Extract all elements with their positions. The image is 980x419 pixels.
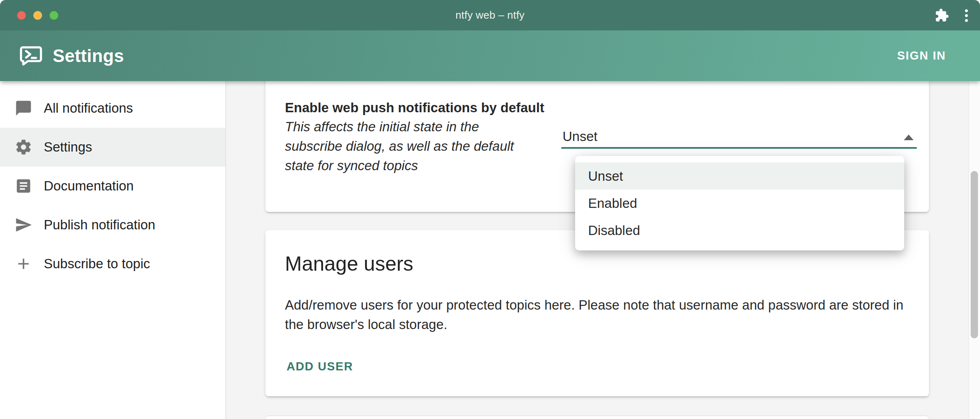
dot-icon bbox=[965, 19, 968, 22]
manage-users-card: Manage users Add/remove users for your p… bbox=[265, 230, 929, 396]
plus-icon bbox=[15, 255, 32, 273]
page-title: Settings bbox=[53, 46, 124, 66]
select-dropdown-menu: Unset Enabled Disabled bbox=[575, 156, 904, 250]
menu-option-unset[interactable]: Unset bbox=[575, 162, 904, 190]
app-header: Settings SIGN IN bbox=[0, 30, 980, 81]
browser-menu-button[interactable] bbox=[959, 8, 974, 23]
manage-users-description-line: the browser's local storage. bbox=[285, 315, 903, 334]
scrollbar-track[interactable] bbox=[968, 81, 980, 419]
pref-title: Enable web push notifications by default bbox=[285, 100, 544, 116]
pref-description-line: subscribe dialog, as well as the default bbox=[285, 137, 514, 156]
sidebar-item-settings[interactable]: Settings bbox=[0, 128, 225, 167]
sidebar: All notifications Settings Documentation… bbox=[0, 81, 226, 419]
sidebar-item-label: Documentation bbox=[44, 178, 134, 194]
extensions-button[interactable] bbox=[935, 8, 949, 23]
titlebar: ntfy web – ntfy bbox=[0, 0, 980, 30]
arrow-drop-up-icon bbox=[904, 135, 914, 140]
menu-option-disabled[interactable]: Disabled bbox=[575, 217, 904, 244]
sidebar-item-label: Subscribe to topic bbox=[44, 256, 150, 271]
add-user-button[interactable]: ADD USER bbox=[283, 357, 356, 376]
scrollbar-thumb[interactable] bbox=[971, 171, 978, 338]
manage-users-description-line: Add/remove users for your protected topi… bbox=[285, 295, 903, 315]
sign-in-button[interactable]: SIGN IN bbox=[892, 30, 951, 81]
browser-window: ntfy web – ntfy Settings SIGN IN All not… bbox=[0, 0, 980, 419]
sidebar-item-publish-notification[interactable]: Publish notification bbox=[0, 205, 225, 244]
next-card-partial bbox=[265, 416, 929, 419]
pref-description-line: state for synced topics bbox=[285, 156, 514, 175]
article-icon bbox=[15, 177, 32, 195]
manage-users-title: Manage users bbox=[285, 252, 413, 276]
dot-icon bbox=[965, 14, 968, 17]
pref-description: This affects the initial state in the su… bbox=[285, 117, 514, 175]
sidebar-item-label: Publish notification bbox=[44, 217, 155, 233]
send-icon bbox=[15, 216, 32, 234]
sidebar-item-documentation[interactable]: Documentation bbox=[0, 167, 225, 205]
ntfy-logo-icon bbox=[19, 45, 42, 67]
dot-icon bbox=[965, 9, 968, 12]
sidebar-item-label: Settings bbox=[44, 139, 92, 155]
window-title: ntfy web – ntfy bbox=[0, 0, 980, 30]
sidebar-item-label: All notifications bbox=[44, 100, 133, 116]
sidebar-item-all-notifications[interactable]: All notifications bbox=[0, 89, 225, 128]
puzzle-icon bbox=[935, 8, 949, 23]
select-value: Unset bbox=[563, 129, 597, 144]
sidebar-item-subscribe-to-topic[interactable]: Subscribe to topic bbox=[0, 244, 225, 283]
chat-icon bbox=[15, 99, 32, 117]
gear-icon bbox=[15, 138, 32, 156]
pref-description-line: This affects the initial state in the bbox=[285, 117, 514, 137]
menu-option-enabled[interactable]: Enabled bbox=[575, 190, 904, 217]
manage-users-description: Add/remove users for your protected topi… bbox=[285, 295, 903, 334]
web-push-default-select[interactable]: Unset bbox=[561, 128, 917, 149]
